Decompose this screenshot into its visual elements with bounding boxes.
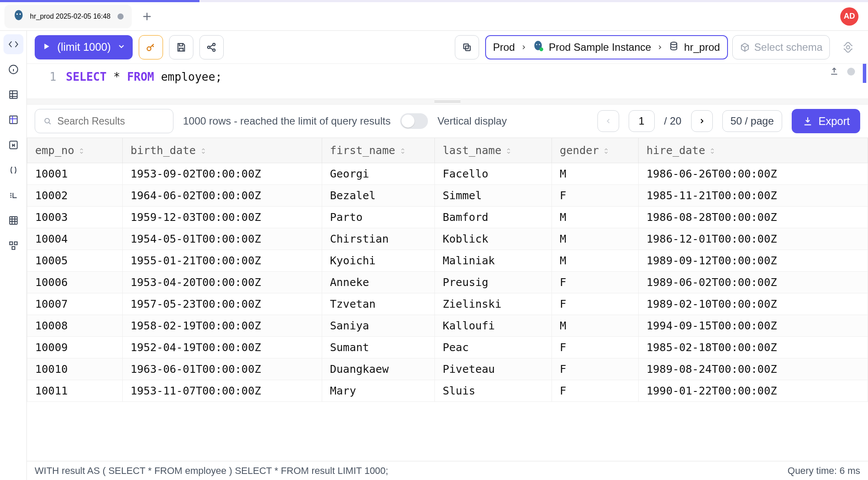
pane-splitter[interactable] [27,99,868,105]
cell-emp_no: 10008 [27,315,123,337]
results-table-wrap: emp_nobirth_datefirst_namelast_namegende… [27,138,868,461]
svg-point-19 [539,44,540,45]
cell-first_name: Saniya [322,315,435,337]
cell-birth_date: 1954-05-01T00:00:00Z [123,228,322,250]
rail-views[interactable] [3,110,23,130]
table-row[interactable]: 100061953-04-20T00:00:00ZAnnekePreusigF1… [27,272,868,293]
export-button[interactable]: Export [792,109,860,133]
rail-parens[interactable] [3,160,23,180]
line-number: 1 [27,68,66,99]
sort-icon [74,144,85,157]
column-header-first_name[interactable]: first_name [322,138,435,163]
cell-hire_date: 1986-12-01T00:00:00Z [639,228,868,250]
table-row[interactable]: 100101963-06-01T00:00:00ZDuangkaewPivete… [27,358,868,380]
rail-diagram[interactable] [3,236,23,256]
breadcrumb[interactable]: Prod Prod Sample Instance hr_prod [485,35,728,59]
status-dot-icon [847,68,855,76]
postgres-icon [13,10,25,23]
results-toolbar: 1000 rows - reached the limit of query r… [27,105,868,138]
column-header-last_name[interactable]: last_name [435,138,552,163]
cube-icon [740,42,750,53]
cell-first_name: Duangkaew [322,358,435,380]
run-query-button[interactable]: (limit 1000) [35,35,133,59]
breadcrumb-instance: Prod Sample Instance [549,41,651,53]
cell-gender: F [552,293,639,315]
next-page-button[interactable] [691,110,713,132]
status-bar: WITH result AS ( SELECT * FROM employee … [27,461,868,480]
cell-gender: F [552,272,639,293]
rail-functions[interactable] [3,135,23,155]
table-row[interactable]: 100071957-05-23T00:00:00ZTzvetanZielinsk… [27,293,868,315]
column-header-birth_date[interactable]: birth_date [123,138,322,163]
column-header-gender[interactable]: gender [552,138,639,163]
rail-sql-editor[interactable] [3,34,23,54]
cell-birth_date: 1964-06-02T00:00:00Z [123,185,322,207]
save-button[interactable] [169,35,193,59]
column-header-hire_date[interactable]: hire_date [639,138,868,163]
cell-gender: M [552,228,639,250]
cell-last_name: Zielinski [435,293,552,315]
cell-hire_date: 1986-06-26T00:00:00Z [639,163,868,185]
cell-emp_no: 10004 [27,228,123,250]
page-size-selector[interactable]: 50 / page [722,110,782,132]
table-row[interactable]: 100081958-02-19T00:00:00ZSaniyaKalloufiM… [27,315,868,337]
schema-selector[interactable]: Select schema [732,35,830,59]
explain-button[interactable] [139,35,163,59]
share-button[interactable] [199,35,224,59]
table-row[interactable]: 100111953-11-07T00:00:00ZMarySluisF1990-… [27,380,868,402]
results-status: 1000 rows - reached the limit of query r… [183,115,391,127]
svg-point-0 [15,10,23,20]
chevron-right-icon [656,41,663,53]
new-tab-button[interactable] [136,6,158,27]
cell-emp_no: 10006 [27,272,123,293]
search-input[interactable] [57,115,165,127]
cell-birth_date: 1955-01-21T00:00:00Z [123,250,322,272]
chevron-right-icon [520,41,527,53]
table-row[interactable]: 100041954-05-01T00:00:00ZChirstianKoblic… [27,228,868,250]
page-input[interactable] [629,110,655,132]
breadcrumb-database: hr_prod [684,41,720,53]
sql-editor[interactable]: 1 SELECT * FROM employee; [27,64,868,99]
cell-last_name: Sluis [435,380,552,402]
copy-context-button[interactable] [455,35,479,59]
cell-hire_date: 1989-08-24T00:00:00Z [639,358,868,380]
vertical-display-toggle[interactable] [400,113,428,129]
download-icon [802,115,813,127]
cell-hire_date: 1989-06-02T00:00:00Z [639,272,868,293]
user-avatar[interactable]: AD [840,7,858,26]
chevron-down-icon [117,42,126,53]
rail-schema[interactable] [3,210,23,230]
sql-code: SELECT * FROM employee; [66,68,868,99]
postgres-icon [532,40,544,54]
svg-rect-8 [10,242,12,245]
upload-icon[interactable] [829,66,839,78]
rail-sequences[interactable] [3,185,23,205]
table-row[interactable]: 100021964-06-02T00:00:00ZBezalelSimmelF1… [27,185,868,207]
table-row[interactable]: 100091952-04-19T00:00:00ZSumantPeacF1985… [27,337,868,358]
vertical-display-label: Vertical display [437,115,507,127]
cell-birth_date: 1953-04-20T00:00:00Z [123,272,322,293]
svg-rect-7 [10,217,17,224]
page-total: / 20 [664,115,682,127]
rail-info[interactable] [3,59,23,79]
cell-hire_date: 1990-01-22T00:00:00Z [639,380,868,402]
ai-assistant-button[interactable] [836,35,860,59]
svg-point-22 [846,46,850,49]
sort-icon [599,144,610,157]
table-row[interactable]: 100031959-12-03T00:00:00ZPartoBamfordM19… [27,207,868,228]
tab-strip: hr_prod 2025-02-05 16:48 AD [0,2,868,31]
search-results[interactable] [35,109,173,133]
table-row[interactable]: 100011953-09-02T00:00:00ZGeorgiFacelloM1… [27,163,868,185]
cell-gender: F [552,185,639,207]
rail-tables[interactable] [3,85,23,105]
cell-emp_no: 10003 [27,207,123,228]
tab-hr-prod[interactable]: hr_prod 2025-02-05 16:48 [4,5,132,28]
cell-emp_no: 10007 [27,293,123,315]
table-row[interactable]: 100051955-01-21T00:00:00ZKyoichiMaliniak… [27,250,868,272]
column-header-emp_no[interactable]: emp_no [27,138,123,163]
cell-last_name: Preusig [435,272,552,293]
cell-last_name: Bamford [435,207,552,228]
unsaved-indicator-icon [117,13,124,20]
prev-page-button[interactable] [597,110,619,132]
sort-icon [395,144,407,157]
